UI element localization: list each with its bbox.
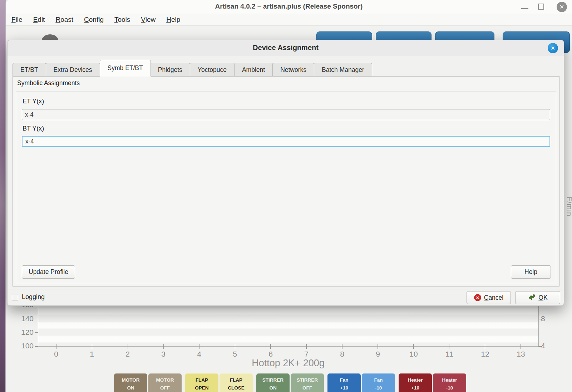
tab-networks[interactable]: Networks	[273, 63, 314, 77]
dialog-tabbar: ET/BT Extra Devices Symb ET/BT Phidgets …	[13, 62, 372, 77]
tab-et-bt[interactable]: ET/BT	[13, 63, 46, 77]
menu-edit[interactable]: Edit	[33, 16, 45, 24]
x-tick-2: 2	[120, 350, 135, 358]
x-tick-13: 13	[513, 350, 529, 358]
tab-ambient[interactable]: Ambient	[235, 63, 273, 77]
tab-content-panel: Symbolic Assignments ET Y(x) BT Y(x) Upd…	[13, 76, 559, 286]
x-tick-0: 0	[48, 350, 64, 358]
x-tick-11: 11	[442, 350, 457, 358]
x-tick-4: 4	[191, 350, 207, 358]
window-title: Artisan 4.0.2 – artisan.plus (Release Sp…	[6, 3, 572, 10]
flap-open-button[interactable]: FLAPOPEN	[185, 373, 218, 392]
window-close-icon[interactable]: ✕	[557, 2, 567, 12]
y-right-tick-4: 4	[541, 342, 555, 350]
dialog-titlebar[interactable]: Device Assignment ✕	[8, 40, 564, 56]
ok-apply-arrow-icon	[528, 294, 536, 301]
menu-view[interactable]: View	[141, 16, 156, 24]
menu-file[interactable]: File	[11, 16, 23, 24]
right-axis-label: F/min	[565, 197, 572, 216]
y-tick-100: 100	[12, 342, 34, 350]
x-tick-6: 6	[263, 350, 278, 358]
bt-field-label: BT Y(x)	[23, 125, 44, 132]
fan-minus10-button[interactable]: Fan-10	[362, 373, 395, 392]
logging-checkbox[interactable]	[12, 294, 18, 300]
x-tick-10: 10	[406, 350, 421, 358]
symbolic-assignments-groupbox: ET Y(x) BT Y(x) Update Profile Help	[16, 92, 556, 283]
motor-off-button[interactable]: MOTOROFF	[148, 373, 182, 392]
roast-chart-plot-area	[38, 304, 538, 346]
heater-minus10-button[interactable]: Heater-10	[433, 373, 466, 392]
stirrer-on-button[interactable]: STIRRERON	[256, 373, 290, 392]
y-right-tick-8: 8	[541, 314, 555, 323]
tab-symb-et-bt[interactable]: Symb ET/BT	[100, 60, 151, 77]
minimize-icon[interactable]	[521, 3, 528, 9]
update-profile-button[interactable]: Update Profile	[22, 265, 75, 279]
event-buttons-row: MOTORON MOTOROFF FLAPOPEN FLAPCLOSE STIR…	[114, 373, 466, 392]
device-assignment-dialog: Device Assignment ✕ ET/BT Extra Devices …	[7, 40, 564, 306]
dialog-bottom-bar: Logging ✕ Cancel OK	[8, 289, 564, 305]
menu-help[interactable]: Help	[166, 16, 180, 24]
section-title: Symbolic Assignments	[17, 79, 80, 87]
ok-button[interactable]: OK	[515, 291, 560, 304]
menu-tools[interactable]: Tools	[114, 16, 130, 24]
chart-title: Hottop 2K+ 200g	[177, 358, 399, 369]
y-tick-140: 140	[12, 314, 34, 323]
x-tick-12: 12	[477, 350, 493, 358]
tab-extra-devices[interactable]: Extra Devices	[46, 63, 100, 77]
x-tick-9: 9	[370, 350, 386, 358]
chart-left-ticks	[35, 305, 38, 347]
tab-yoctopuce[interactable]: Yoctopuce	[190, 63, 235, 77]
x-tick-1: 1	[84, 350, 100, 358]
cancel-x-icon: ✕	[474, 294, 481, 301]
et-field-label: ET Y(x)	[23, 98, 44, 105]
x-tick-8: 8	[334, 350, 350, 358]
menu-config[interactable]: Config	[84, 16, 104, 24]
help-button[interactable]: Help	[511, 265, 551, 279]
heater-plus10-button[interactable]: Heater+10	[399, 373, 432, 392]
x-tick-3: 3	[156, 350, 171, 358]
x-tick-7: 7	[299, 350, 314, 358]
motor-on-button[interactable]: MOTORON	[114, 373, 147, 392]
window-titlebar[interactable]: Artisan 4.0.2 – artisan.plus (Release Sp…	[6, 0, 572, 14]
et-formula-input[interactable]	[22, 109, 550, 120]
menu-roast[interactable]: Roast	[55, 16, 73, 24]
dialog-title: Device Assignment	[8, 44, 564, 52]
tab-phidgets[interactable]: Phidgets	[151, 63, 190, 77]
bt-formula-input[interactable]	[22, 136, 550, 147]
flap-close-button[interactable]: FLAPCLOSE	[220, 373, 253, 392]
x-tick-5: 5	[227, 350, 243, 358]
chart-x-ticks	[56, 344, 521, 349]
maximize-icon[interactable]	[538, 4, 544, 10]
menubar: File Edit Roast Config Tools View Help	[6, 14, 572, 26]
dialog-close-icon[interactable]: ✕	[548, 43, 558, 53]
tab-batch-manager[interactable]: Batch Manager	[314, 63, 372, 77]
y-tick-120: 120	[12, 328, 34, 337]
stirrer-off-button[interactable]: STIRREROFF	[291, 373, 324, 392]
fan-plus10-button[interactable]: Fan+10	[327, 373, 361, 392]
cancel-button[interactable]: ✕ Cancel	[467, 291, 511, 304]
logging-label: Logging	[22, 293, 45, 301]
